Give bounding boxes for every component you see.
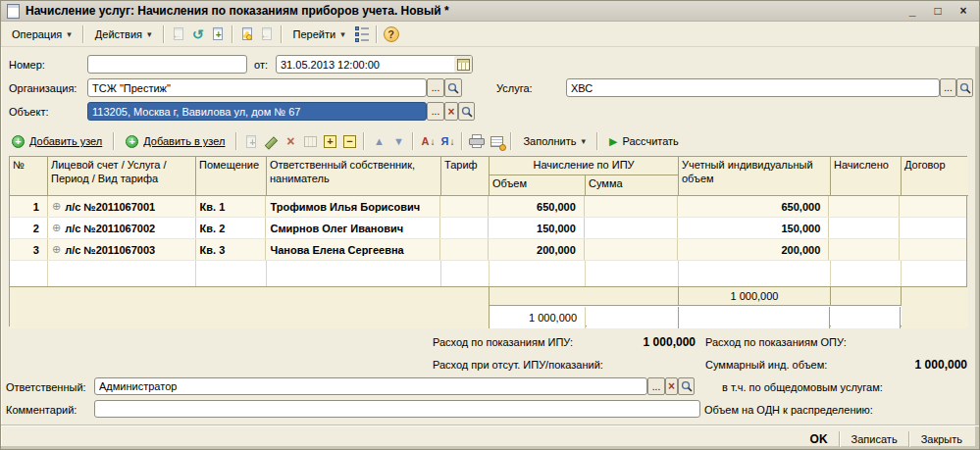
actions-menu-button[interactable]: Действия ▾ <box>88 26 159 42</box>
add-node-button[interactable]: + Добавить узел <box>5 133 109 150</box>
document-icon <box>7 4 20 19</box>
goto-menu-button[interactable]: Перейти ▾ <box>286 26 352 42</box>
play-icon: ▶ <box>609 135 617 148</box>
table-row[interactable]: 3 ⊕ л/с №2011067003 Кв. 3 Чанова Елена С… <box>10 239 966 261</box>
sort-descending-button[interactable]: Я↓ <box>438 131 457 151</box>
document-structure-button[interactable] <box>352 25 372 44</box>
refresh-button[interactable]: ↺ <box>188 25 208 44</box>
reread-document-button[interactable]: ← <box>169 25 188 44</box>
tree-expand-icon[interactable]: ⊕ <box>52 200 61 213</box>
cell-num: 2 <box>10 218 48 238</box>
chevron-down-icon: ▾ <box>581 136 586 146</box>
cell-room: Кв. 1 <box>196 196 267 217</box>
table-row[interactable]: 2 ⊕ л/с №2011067002 Кв. 2 Смирнов Олег И… <box>10 218 966 239</box>
toolbar-separator <box>163 25 165 43</box>
table-row[interactable]: 1 ⊕ л/с №2011067001 Кв. 1 Трофимов Илья … <box>10 196 966 218</box>
maximize-button[interactable]: □ <box>930 4 946 18</box>
unpost-document-button[interactable]: ← <box>257 25 277 44</box>
document-window: Начисление услуг: Начисления по показани… <box>0 0 980 450</box>
ok-button[interactable]: OK <box>801 430 837 448</box>
footer-accrued-top <box>831 287 902 306</box>
close-button[interactable]: × <box>955 4 971 18</box>
save-button[interactable]: Записать <box>843 431 906 447</box>
gear-icon <box>499 144 506 151</box>
cell-accounted: 150,000 <box>678 218 830 238</box>
number-input[interactable] <box>87 55 247 74</box>
expand-all-button[interactable]: + <box>320 131 339 151</box>
copy-row-button[interactable]: + <box>241 131 261 151</box>
organization-open-button[interactable] <box>444 78 462 97</box>
cell-num: 3 <box>10 239 48 260</box>
tree-expand-icon[interactable]: ⊕ <box>52 243 61 256</box>
service-select-button[interactable]: ... <box>940 78 956 97</box>
odn-volume-label: Объем на ОДН к распределению: <box>704 404 873 416</box>
cell-contract <box>900 239 966 260</box>
object-open-button[interactable] <box>458 102 475 121</box>
edit-row-button[interactable] <box>261 131 281 151</box>
organization-select-button[interactable]: ... <box>427 78 444 97</box>
document-coins-icon <box>242 27 252 40</box>
cell-num: 1 <box>10 196 48 217</box>
cell-sum <box>585 239 678 260</box>
responsible-input[interactable] <box>94 377 647 395</box>
service-open-button[interactable] <box>956 78 973 97</box>
toolbar-separator <box>376 25 378 43</box>
cell-account: ⊕ л/с №2011067001 <box>48 196 196 217</box>
table-empty-area[interactable] <box>10 261 966 286</box>
calculate-button[interactable]: ▶ Рассчитать <box>602 133 686 150</box>
responsible-open-button[interactable] <box>678 377 695 395</box>
col-header-ipu-group: Начисление по ИПУ <box>490 157 679 175</box>
toolbar-separator <box>510 132 512 150</box>
cell-account: ⊕ л/с №2011067002 <box>48 218 196 238</box>
col-header-accounted: Учетный индивидуальный объем <box>679 157 831 196</box>
footer-accounted-total: 1 000,000 <box>679 287 831 306</box>
add-in-node-button[interactable]: + Добавить в узел <box>119 133 232 150</box>
toolbar-separator <box>281 25 283 43</box>
help-button[interactable]: ? <box>382 25 401 44</box>
footer-accounted-bottom <box>679 307 830 328</box>
cell-accrued <box>829 196 900 217</box>
service-input[interactable] <box>566 78 940 97</box>
page-icon: ← <box>174 27 183 40</box>
magnifier-icon <box>447 82 459 94</box>
responsible-clear-button[interactable]: × <box>665 377 678 395</box>
collapse-all-button[interactable]: − <box>339 131 359 151</box>
col-header-tariff: Тариф <box>441 157 490 196</box>
post-document-button[interactable] <box>237 25 257 44</box>
delete-row-button[interactable]: × <box>281 131 300 151</box>
move-up-button[interactable]: ▲ <box>369 131 388 151</box>
footer-accrued-bottom <box>831 307 901 328</box>
list-settings-button[interactable] <box>487 131 506 151</box>
toolbar-separator <box>461 132 463 150</box>
responsible-select-button[interactable]: ... <box>647 377 665 395</box>
date-input[interactable] <box>276 55 473 74</box>
tree-expand-icon[interactable]: ⊕ <box>52 222 61 234</box>
minimize-button[interactable]: _ <box>904 4 920 18</box>
fill-menu-button[interactable]: Заполнить ▾ <box>516 133 593 149</box>
sort-za-icon: Я↓ <box>440 135 454 147</box>
footer-volume-total: 1 000,000 <box>490 307 586 328</box>
object-input[interactable] <box>87 102 427 121</box>
cell-contract <box>900 218 966 238</box>
title-bar: Начисление услуг: Начисления по показани… <box>1 1 979 22</box>
close-form-button[interactable]: Закрыть <box>912 431 971 447</box>
object-select-button[interactable]: ... <box>427 102 444 121</box>
end-edit-button[interactable] <box>300 131 320 151</box>
cell-accrued <box>829 239 900 260</box>
toolbar-separator <box>596 132 598 150</box>
calendar-button[interactable] <box>454 56 472 73</box>
comment-input[interactable] <box>94 400 700 418</box>
toolbar-separator <box>82 25 84 43</box>
copy-document-button[interactable]: + <box>208 25 228 44</box>
object-clear-button[interactable]: × <box>444 102 458 121</box>
sort-ascending-button[interactable]: А↓ <box>418 131 438 151</box>
operation-menu-button[interactable]: Операция ▾ <box>5 26 78 42</box>
arrow-up-icon: ▲ <box>374 135 385 147</box>
total-individual-volume-value: 1 000,000 <box>815 358 967 372</box>
organization-input[interactable] <box>87 78 427 97</box>
chevron-down-icon: ▾ <box>340 29 345 39</box>
cell-tariff <box>440 196 489 217</box>
print-button[interactable] <box>467 131 487 151</box>
collapse-all-icon: − <box>343 135 356 148</box>
move-down-button[interactable]: ▼ <box>388 131 408 151</box>
